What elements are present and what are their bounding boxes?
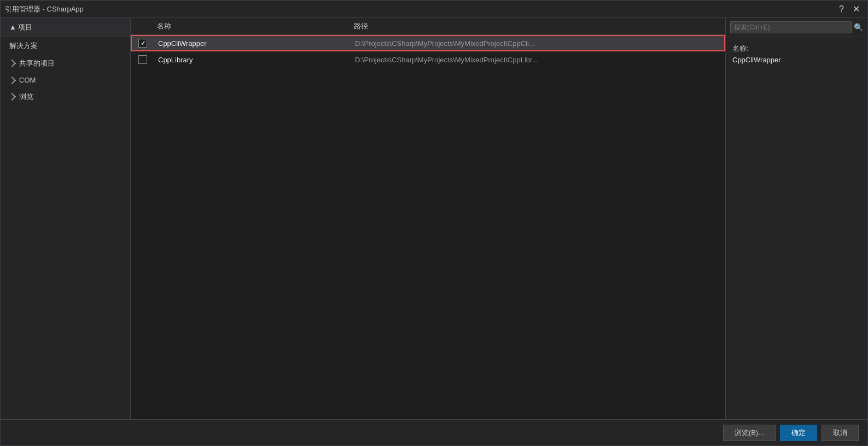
search-icon: 🔍	[854, 23, 863, 32]
row-check-1[interactable]	[132, 39, 154, 48]
row-name-2: CppLibrary	[154, 56, 351, 64]
sidebar-item-browse[interactable]: 浏览	[1, 88, 130, 105]
chevron-icon-shared	[8, 60, 16, 67]
col-check-header	[131, 21, 153, 31]
table-body: CppCliWrapper D:\Projects\CSharp\MyProje…	[131, 35, 725, 419]
search-bar: 🔍	[726, 18, 867, 37]
sidebar-header: ▲ 项目	[1, 18, 130, 37]
info-name-value: CppCliWrapper	[732, 56, 861, 64]
sidebar-item-solution-label: 解决方案	[9, 41, 38, 51]
footer: 浏览(B)... 确定 取消	[1, 419, 867, 445]
sidebar-item-browse-label: 浏览	[19, 92, 33, 102]
close-button[interactable]: ✕	[849, 4, 863, 15]
right-panel: 🔍 名称: CppCliWrapper	[725, 18, 867, 419]
checkbox-1[interactable]	[138, 39, 147, 48]
sidebar-item-com-label: COM	[19, 76, 36, 84]
reference-manager-window: 引用管理器 - CSharpApp ? ✕ ▲ 项目 解决方案 共享的项目 CO…	[0, 0, 868, 446]
search-input[interactable]	[730, 21, 852, 33]
sidebar-item-shared-label: 共享的项目	[19, 58, 55, 68]
chevron-icon-com	[8, 76, 16, 84]
help-button[interactable]: ?	[836, 4, 847, 15]
row-path-1: D:\Projects\CSharp\MyProjects\MyMixedPro…	[351, 39, 724, 48]
right-info: 名称: CppCliWrapper	[726, 37, 867, 71]
sidebar: ▲ 项目 解决方案 共享的项目 COM 浏览	[1, 18, 131, 419]
sidebar-item-com[interactable]: COM	[1, 72, 130, 88]
row-path-2: D:\Projects\CSharp\MyProjects\MyMixedPro…	[351, 56, 724, 64]
sidebar-item-shared-projects[interactable]: 共享的项目	[1, 55, 130, 72]
cancel-button[interactable]: 取消	[822, 425, 859, 441]
sidebar-item-solution[interactable]: 解决方案	[1, 37, 130, 55]
col-name-header: 名称	[153, 21, 349, 31]
titlebar: 引用管理器 - CSharpApp ? ✕	[1, 1, 867, 18]
sidebar-header-label: ▲ 项目	[9, 22, 32, 32]
main-content: ▲ 项目 解决方案 共享的项目 COM 浏览 名称	[1, 18, 867, 419]
col-path-header: 路径	[349, 21, 725, 31]
info-name-label: 名称:	[732, 44, 861, 54]
checkbox-2[interactable]	[138, 55, 147, 64]
titlebar-controls: ? ✕	[836, 4, 863, 15]
row-name-1: CppCliWrapper	[154, 39, 351, 48]
ok-button[interactable]: 确定	[780, 425, 817, 441]
chevron-icon-browse	[8, 93, 16, 101]
table-row[interactable]: CppLibrary D:\Projects\CSharp\MyProjects…	[131, 51, 725, 68]
table-header: 名称 路径	[131, 18, 725, 35]
table-row[interactable]: CppCliWrapper D:\Projects\CSharp\MyProje…	[131, 35, 725, 51]
center-panel: 名称 路径 CppCliWrapper D:\Projects\CSharp\M…	[131, 18, 725, 419]
row-check-2[interactable]	[132, 55, 154, 64]
window-title: 引用管理器 - CSharpApp	[5, 4, 84, 14]
browse-button[interactable]: 浏览(B)...	[723, 425, 776, 441]
